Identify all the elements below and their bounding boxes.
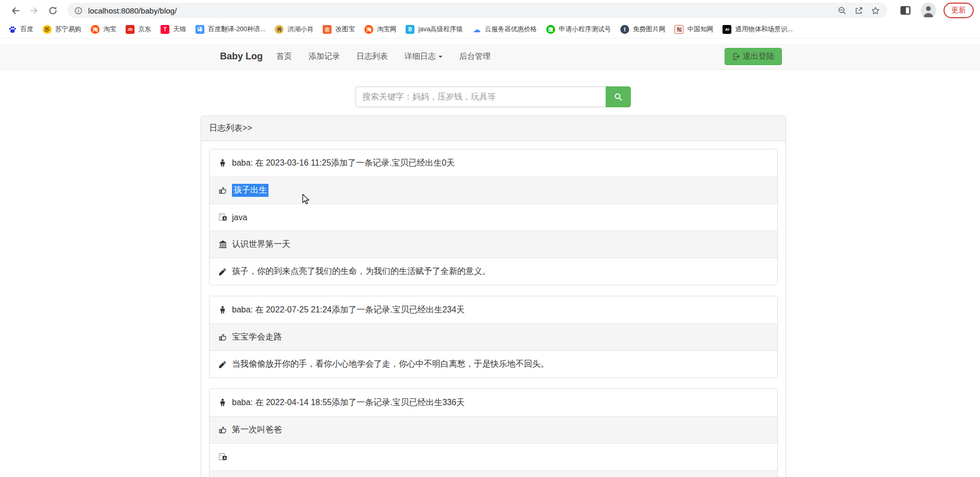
row-text: 当我偷偷放开你的手，看你小心地学会了走，你心中不明白离愁，于是快乐地不回头。	[232, 359, 549, 370]
bookmark-item[interactable]: 淘淘宝网	[360, 23, 401, 36]
sidebar-icon	[900, 5, 911, 16]
page-info-icon[interactable]	[74, 6, 83, 15]
bookmark-item[interactable]: 微申请小程序测试号	[542, 23, 616, 36]
url-bar[interactable]: localhost:8080/baby/blog/	[68, 3, 887, 18]
bookmark-favicon-icon: 淘	[91, 25, 100, 34]
back-button[interactable]	[7, 3, 23, 18]
list-row: baba: 在 2022-04-14 18:55添加了一条记录.宝贝已经出生33…	[210, 389, 777, 416]
bookmark-label: 申请小程序测试号	[559, 25, 611, 34]
list-row: 第一次叫爸爸	[210, 416, 777, 443]
bookmark-label: 中国知网	[687, 25, 713, 34]
bookmark-item[interactable]: 百度	[3, 23, 38, 36]
row-text: baba: 在 2022-04-14 18:55添加了一条记录.宝贝已经出生33…	[232, 397, 464, 408]
bookmark-item[interactable]: t免费图片网	[616, 23, 670, 36]
sidebar-toggle-button[interactable]	[899, 4, 912, 17]
bookmarks-bar: 百度苏苏宁易购淘淘宝JD京东T天猫译百度翻译-200种语...肖洪湖小肖改改图宝…	[0, 21, 980, 39]
browser-update-button[interactable]: 更新	[944, 3, 974, 18]
bookmark-label: 免费图片网	[633, 25, 666, 34]
bookmark-favicon-icon: 知	[675, 25, 683, 34]
search-bar	[356, 86, 631, 107]
zoom-out-icon	[838, 6, 847, 15]
profile-avatar[interactable]	[921, 3, 936, 18]
reload-button[interactable]	[45, 3, 60, 18]
url-text[interactable]: localhost:8080/baby/blog/	[88, 6, 832, 15]
bookmark-label: 苏宁易购	[55, 25, 81, 34]
broken-image-icon: A	[217, 453, 228, 461]
user-icon	[217, 306, 228, 314]
list-row: 认识世界第一天	[210, 231, 777, 258]
bookmark-label: 天猫	[173, 25, 186, 34]
bookmark-item[interactable]: 苏苏宁易购	[38, 23, 86, 36]
list-row	[210, 470, 777, 477]
search-input[interactable]	[356, 86, 606, 107]
bookmark-label: 百度翻译-200种语...	[208, 25, 265, 34]
bookmark-favicon-icon: 苏	[43, 25, 52, 34]
logout-button[interactable]: 退出登陆	[725, 48, 782, 65]
nav-link-1[interactable]: 添加记录	[300, 44, 348, 69]
search-icon	[614, 93, 622, 101]
reload-icon	[48, 6, 58, 16]
forward-button[interactable]	[26, 3, 42, 18]
nav-link-label: 首页	[276, 52, 292, 61]
nav-link-0[interactable]: 首页	[268, 44, 300, 69]
share-button[interactable]	[852, 4, 865, 17]
bookmark-favicon-icon: B	[406, 25, 414, 34]
row-text: 认识世界第一天	[232, 239, 290, 250]
nav-link-label: 添加记录	[309, 52, 340, 61]
brand-logo[interactable]: Baby Log	[220, 51, 263, 62]
browser-toolbar: localhost:8080/baby/blog/ 更新	[0, 0, 980, 21]
bookmark-favicon-icon: 微	[546, 25, 555, 34]
row-text: java	[232, 213, 247, 222]
bookmark-favicon-icon: t	[620, 25, 629, 34]
star-icon	[871, 6, 880, 15]
bookmark-item[interactable]: 知中国知网	[670, 23, 718, 36]
list-row: 当我偷偷放开你的手，看你小心地学会了走，你心中不明白离愁，于是快乐地不回头。	[210, 350, 777, 378]
log-group: baba: 在 2022-04-14 18:55添加了一条记录.宝贝已经出生33…	[209, 388, 778, 477]
bookmark-item[interactable]: 肖洪湖小肖	[270, 23, 318, 36]
bookmark-label: 百度	[20, 25, 33, 34]
nav-links: 首页添加记录日志列表详细日志后台管理	[268, 44, 499, 69]
bookmark-item[interactable]: JD京东	[121, 23, 156, 36]
bookmark-item[interactable]: ☁云服务器优惠价格	[468, 23, 542, 36]
bookmark-label: 京东	[138, 25, 151, 34]
nav-link-2[interactable]: 日志列表	[348, 44, 396, 69]
bookmark-item[interactable]: 淘淘宝	[86, 23, 121, 36]
row-text: 第一次叫爸爸	[232, 424, 282, 435]
bookmark-favicon-icon: JD	[126, 25, 134, 34]
logout-label: 退出登陆	[743, 52, 774, 61]
bookmark-favicon-icon: T	[161, 25, 169, 34]
bookmark-label: java高级程序猿	[418, 25, 462, 34]
bookmark-star-button[interactable]	[868, 4, 882, 17]
list-row: 孩子，你的到来点亮了我们的生命，为我们的生活赋予了全新的意义。	[210, 258, 777, 285]
svg-text:A: A	[223, 217, 226, 220]
thumbs-up-icon	[217, 333, 228, 342]
bookmark-label: 通用物体和场景识...	[735, 25, 792, 34]
pencil-icon	[217, 360, 228, 369]
log-list-panel: 日志列表>> baba: 在 2023-03-16 11:25添加了一条记录.宝…	[201, 116, 786, 477]
zoom-out-button[interactable]	[835, 4, 849, 17]
list-row: baba: 在 2022-07-25 21:24添加了一条记录.宝贝已经出生23…	[210, 296, 777, 323]
back-arrow-icon	[10, 6, 20, 16]
bookmark-item[interactable]: Bjava高级程序猿	[401, 23, 467, 36]
bookmark-favicon-icon: ☁	[472, 25, 481, 34]
bookmark-item[interactable]: AI通用物体和场景识...	[718, 23, 797, 36]
bookmark-label: 洪湖小肖	[287, 25, 313, 34]
panel-heading: 日志列表>>	[201, 116, 786, 141]
profile-person-icon	[921, 3, 936, 18]
row-text: 宝宝学会走路	[232, 332, 282, 343]
nav-link-label: 后台管理	[459, 52, 491, 61]
nav-link-4[interactable]: 后台管理	[451, 44, 499, 69]
bookmark-favicon-icon: 肖	[275, 25, 284, 34]
broken-image-icon: A	[217, 213, 228, 222]
pencil-icon	[217, 268, 228, 276]
bookmark-favicon-icon	[8, 25, 17, 34]
bookmark-label: 云服务器优惠价格	[485, 25, 537, 34]
nav-link-3[interactable]: 详细日志	[396, 44, 451, 69]
bookmark-item[interactable]: T天猫	[156, 23, 191, 36]
thumbs-up-icon	[217, 425, 228, 434]
search-button[interactable]	[606, 86, 631, 107]
bookmark-item[interactable]: 译百度翻译-200种语...	[191, 23, 270, 36]
list-row: baba: 在 2023-03-16 11:25添加了一条记录.宝贝已经出生0天	[210, 149, 777, 177]
log-group: baba: 在 2023-03-16 11:25添加了一条记录.宝贝已经出生0天…	[209, 149, 778, 285]
bookmark-item[interactable]: 改改图宝	[318, 23, 360, 36]
